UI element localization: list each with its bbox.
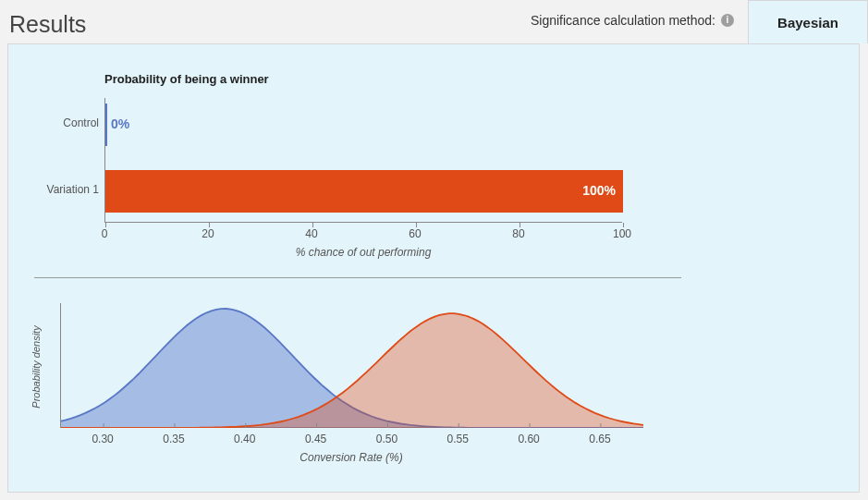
winner-bar-x-label: % chance of out performing: [104, 246, 622, 259]
bar-label-variation1: Variation 1: [34, 183, 99, 196]
bar-x-tick: 60: [409, 227, 421, 240]
density-x-tick: 0.65: [589, 433, 610, 445]
bar-x-tick: 40: [305, 227, 317, 240]
info-icon[interactable]: i: [721, 14, 734, 27]
bar-variation1: [105, 170, 623, 213]
page-title: Results: [9, 11, 86, 38]
bar-x-tick: 0: [102, 227, 108, 240]
chart-divider: [34, 277, 681, 278]
density-x-tick: 0.40: [234, 433, 255, 445]
bar-control: [105, 104, 107, 146]
bar-value-variation1: 100%: [582, 183, 616, 198]
density-x-tick: 0.45: [305, 433, 326, 445]
density-x-tick: 0.50: [376, 433, 397, 445]
density-plot: [60, 303, 642, 428]
significance-method-label: Significance calculation method:: [531, 13, 715, 28]
winner-bar-plot: 0%100%: [104, 98, 622, 223]
density-x-ticks: 0.300.350.400.450.500.550.600.65: [60, 433, 642, 447]
results-panel: Probability of being a winner Control Va…: [7, 43, 860, 493]
density-svg: [61, 303, 643, 428]
density-y-label: Probability density: [31, 307, 42, 427]
tab-bayesian-label: Bayesian: [777, 15, 838, 30]
bar-x-tick: 80: [512, 227, 524, 240]
significance-method-block: Significance calculation method: i: [531, 13, 734, 28]
tab-bayesian[interactable]: Bayesian: [748, 0, 868, 43]
bar-label-control: Control: [34, 116, 99, 129]
density-x-tick: 0.60: [518, 433, 539, 445]
results-header: Results Significance calculation method:…: [0, 0, 868, 48]
winner-bar-title: Probability of being a winner: [104, 72, 269, 86]
density-x-tick: 0.35: [163, 433, 184, 445]
density-x-label: Conversion Rate (%): [60, 451, 642, 464]
density-x-tick: 0.55: [447, 433, 469, 445]
bar-x-tick: 100: [613, 227, 631, 240]
winner-bar-x-ticks: 020406080100: [104, 227, 622, 242]
density-chart: Probability density 0.300.350.400.450.50…: [34, 303, 681, 479]
bar-value-control: 0%: [111, 116, 129, 131]
winner-bar-chart: Probability of being a winner Control Va…: [34, 72, 681, 285]
bar-x-tick: 20: [202, 227, 214, 240]
density-x-tick: 0.30: [92, 433, 113, 445]
